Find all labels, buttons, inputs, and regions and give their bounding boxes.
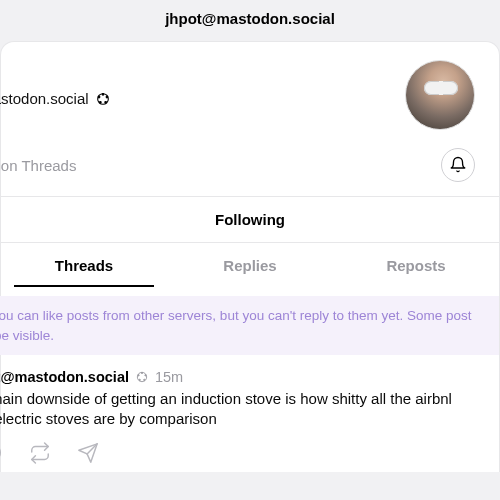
profile-tabs: Threads Replies Reposts xyxy=(1,242,499,286)
fediverse-icon xyxy=(135,370,149,384)
tab-replies[interactable]: Replies xyxy=(167,243,333,286)
federation-info-banner: ·You can like posts from other servers, … xyxy=(0,296,499,355)
svg-point-4 xyxy=(99,101,101,103)
handle: @mastodon.social xyxy=(0,90,89,107)
tab-threads[interactable]: Threads xyxy=(1,243,167,286)
page-title: jhpot@mastodon.social xyxy=(0,0,500,41)
svg-point-10 xyxy=(139,379,140,380)
avatar[interactable] xyxy=(405,60,475,130)
svg-point-3 xyxy=(104,101,106,103)
svg-point-2 xyxy=(106,96,108,98)
svg-point-1 xyxy=(102,93,104,95)
tab-reposts[interactable]: Reposts xyxy=(333,243,499,286)
post-author[interactable]: jhpot@mastodon.social xyxy=(0,369,129,385)
svg-point-9 xyxy=(144,379,145,380)
svg-point-5 xyxy=(98,96,100,98)
reply-button[interactable] xyxy=(0,442,3,464)
svg-point-7 xyxy=(141,372,142,373)
post[interactable]: jhpot@mastodon.social 15m the main downs… xyxy=(0,355,499,472)
notify-bell-button[interactable] xyxy=(441,148,475,182)
followers-text[interactable]: wers on Threads xyxy=(0,157,76,174)
profile-card: ot @mastodon.social wers on Threads xyxy=(0,41,500,472)
display-name: ot xyxy=(0,60,111,86)
post-timestamp: 15m xyxy=(155,369,183,385)
repost-button[interactable] xyxy=(29,442,51,464)
fediverse-icon xyxy=(95,91,111,107)
post-actions xyxy=(0,430,481,472)
share-button[interactable] xyxy=(77,442,99,464)
following-button[interactable]: Following xyxy=(1,196,499,242)
post-body: the main downside of getting an inductio… xyxy=(0,389,481,430)
svg-point-11 xyxy=(138,375,139,376)
svg-point-8 xyxy=(145,375,146,376)
